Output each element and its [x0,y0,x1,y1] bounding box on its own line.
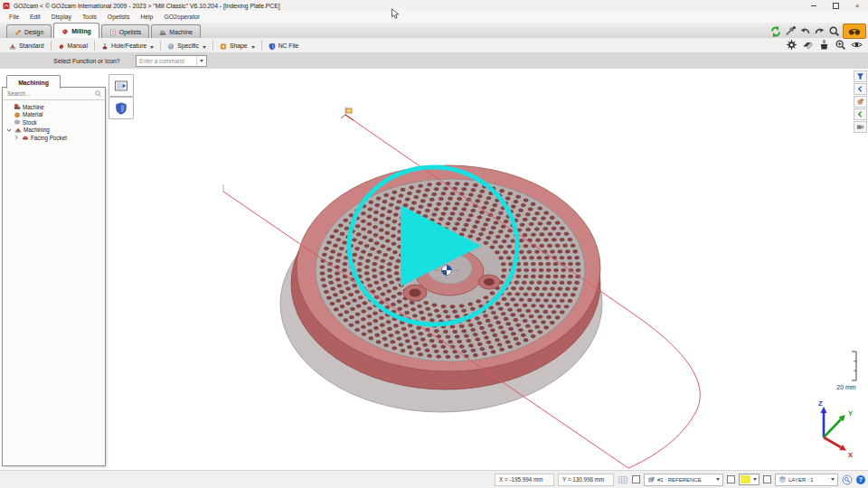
reference-checkbox[interactable] [632,475,640,483]
layer-checkbox[interactable] [763,475,771,483]
machining-tree: Machine Material Stock Machining Facing … [3,100,105,142]
view-tools-row [769,23,866,39]
standard-icon [9,42,16,49]
close-button[interactable]: × [846,1,868,11]
zoom-icon[interactable] [828,25,840,37]
shape-button[interactable]: Shape [214,39,260,52]
machining-panel-tab[interactable]: Machining [6,75,61,89]
reference-icon [647,475,656,483]
x-coordinate-readout: X = -195.994 mm [495,474,554,486]
combobox-arrow[interactable] [196,56,206,66]
command-bar: Select Function or Icon? Enter a command [0,52,868,70]
tab-milling[interactable]: Milling [53,23,99,38]
opelists-icon [109,28,117,35]
indexing-plate-model [280,165,602,412]
erase-icon[interactable] [802,39,814,51]
tab-opelists[interactable]: Opelists [101,24,150,38]
simulation-button[interactable] [108,74,134,97]
3d-viewport-canvas[interactable]: 20 mmZYX [105,69,868,470]
menu-display[interactable]: Display [47,13,76,21]
filter-button[interactable] [854,70,867,82]
milling-toolbar: Standard Manual Hole/Feature Specific Sh… [0,38,868,53]
dropdown-caret-icon [753,478,757,481]
menu-edit[interactable]: Edit [25,13,45,21]
tree-item-machine[interactable]: Machine [3,103,105,111]
tab-machine[interactable]: Machine [151,24,201,38]
layer-dropdown[interactable]: LAYER : 1 [775,474,838,486]
hole-feature-button[interactable]: Hole/Feature [96,39,159,52]
regenerate-icon[interactable] [769,25,782,38]
ribbon-tab-strip: Design Milling Opelists Machine [0,23,868,38]
dropdown-caret-icon [203,46,206,49]
hand-tool-button[interactable] [854,96,867,108]
zoom-selection-icon[interactable] [842,474,853,485]
color-picker[interactable] [739,474,760,485]
go2view-button[interactable] [843,23,866,39]
redo-icon[interactable] [814,25,826,37]
nc-file-button[interactable]: NC File [263,39,305,52]
standard-button[interactable]: Standard [4,39,50,52]
tree-item-stock[interactable]: Stock [3,118,105,127]
tab-milling-label: Milling [71,28,91,34]
tab-design-label: Design [24,29,43,35]
help-button[interactable]: ? [856,475,865,484]
camera-button[interactable] [854,121,867,133]
grid-toggle-icon[interactable] [618,474,628,485]
collapse-blue-button[interactable] [854,83,867,95]
visibility-icon[interactable] [851,39,863,51]
minimize-button[interactable] [803,1,825,11]
manual-button[interactable]: Manual [52,39,93,52]
specific-icon [167,42,175,49]
machine-node-icon [14,103,21,110]
tree-label: Machine [23,104,44,110]
axis-triad: ZYX [818,399,853,459]
dropdown-caret-icon [251,46,255,49]
machining-origin-flag [341,107,354,120]
facing-pocket-icon [22,134,29,141]
expander-open-icon[interactable] [5,127,13,134]
tab-design[interactable]: Design [6,24,52,38]
chevron-left-blue-icon [856,85,864,93]
minimize-icon [811,5,816,6]
simulation-icon [114,79,128,93]
specific-button[interactable]: Specific [162,39,212,52]
zoom-plus-icon[interactable] [835,39,846,51]
current-color-swatch [741,475,750,483]
hole-feature-label: Hole/Feature [111,42,146,49]
tree-item-material[interactable]: Material [3,111,105,119]
reference-dropdown[interactable]: #1 : REFERENCE [644,474,723,486]
layers-icon [778,475,787,483]
search-icon[interactable] [94,89,102,98]
tab-machine-label: Machine [169,29,193,35]
camera-icon [856,123,864,131]
restore-button[interactable] [825,1,846,11]
nc-shield-button[interactable] [108,97,134,119]
menu-file[interactable]: File [5,13,24,21]
menu-opelists[interactable]: Opelists [103,13,135,21]
milling-icon [61,27,69,34]
expander-closed-icon[interactable] [13,134,20,141]
command-combobox[interactable]: Enter a command [136,55,207,67]
menu-help[interactable]: Help [136,13,157,21]
material-node-icon [14,111,21,118]
app-icon [3,2,10,9]
shape-label: Shape [230,42,248,49]
tree-item-facing-pocket[interactable]: Facing Pocket [3,134,105,142]
machining-panel: Machine Material Stock Machining Facing … [2,87,106,466]
shape-icon [220,42,227,49]
collapse-green-button[interactable] [854,108,867,120]
machining-node-icon [14,127,22,134]
dropdown-caret-icon [831,478,835,481]
dropdown-caret-icon [716,478,720,481]
color-checkbox[interactable] [727,475,735,483]
undo-icon[interactable] [799,25,811,37]
menu-go2operator[interactable]: GO2operator [159,13,204,21]
search-input[interactable] [5,89,94,98]
layer-value: LAYER : 1 [788,477,814,483]
tree-item-machining[interactable]: Machining [3,127,105,135]
manual-label: Manual [68,42,88,49]
paint-icon[interactable] [818,39,830,51]
menu-tools[interactable]: Tools [78,13,101,21]
probe-tool-icon[interactable] [785,25,797,37]
render-mode-icon[interactable] [786,39,797,51]
